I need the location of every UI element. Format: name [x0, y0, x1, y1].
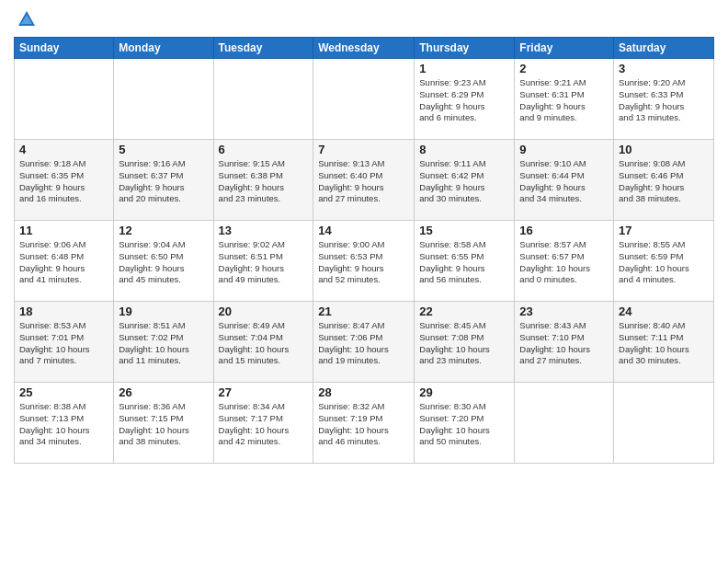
- day-number: 2: [519, 62, 609, 75]
- day-info: Sunrise: 9:16 AM Sunset: 6:37 PM Dayligh…: [119, 158, 208, 205]
- calendar-cell: 18Sunrise: 8:53 AM Sunset: 7:01 PM Dayli…: [15, 302, 114, 383]
- col-header-sunday: Sunday: [15, 38, 114, 59]
- day-number: 29: [419, 385, 509, 399]
- calendar-cell: 24Sunrise: 8:40 AM Sunset: 7:11 PM Dayli…: [614, 302, 714, 383]
- day-number: 14: [318, 224, 409, 237]
- calendar-cell: 26Sunrise: 8:36 AM Sunset: 7:15 PM Dayli…: [114, 383, 213, 464]
- calendar-header-row: SundayMondayTuesdayWednesdayThursdayFrid…: [15, 38, 714, 59]
- header: [14, 9, 714, 29]
- day-info: Sunrise: 9:04 AM Sunset: 6:50 PM Dayligh…: [119, 239, 208, 286]
- day-info: Sunrise: 8:32 AM Sunset: 7:19 PM Dayligh…: [318, 401, 409, 448]
- day-info: Sunrise: 8:49 AM Sunset: 7:04 PM Dayligh…: [219, 320, 309, 367]
- calendar-cell: 17Sunrise: 8:55 AM Sunset: 6:59 PM Dayli…: [614, 221, 714, 302]
- day-info: Sunrise: 8:38 AM Sunset: 7:13 PM Dayligh…: [19, 401, 108, 448]
- day-info: Sunrise: 8:34 AM Sunset: 7:17 PM Dayligh…: [219, 401, 309, 448]
- day-info: Sunrise: 8:40 AM Sunset: 7:11 PM Dayligh…: [619, 320, 709, 367]
- calendar-cell: 23Sunrise: 8:43 AM Sunset: 7:10 PM Dayli…: [515, 302, 614, 383]
- calendar-cell: 5Sunrise: 9:16 AM Sunset: 6:37 PM Daylig…: [114, 140, 213, 221]
- day-info: Sunrise: 9:08 AM Sunset: 6:46 PM Dayligh…: [619, 158, 709, 205]
- calendar-cell: 4Sunrise: 9:18 AM Sunset: 6:35 PM Daylig…: [15, 140, 114, 221]
- day-info: Sunrise: 9:11 AM Sunset: 6:42 PM Dayligh…: [419, 158, 509, 205]
- day-number: 17: [619, 224, 709, 237]
- calendar-cell: 7Sunrise: 9:13 AM Sunset: 6:40 PM Daylig…: [313, 140, 415, 221]
- calendar-cell: 10Sunrise: 9:08 AM Sunset: 6:46 PM Dayli…: [614, 140, 714, 221]
- calendar-cell: [213, 59, 313, 140]
- calendar-cell: 15Sunrise: 8:58 AM Sunset: 6:55 PM Dayli…: [415, 221, 515, 302]
- day-info: Sunrise: 9:02 AM Sunset: 6:51 PM Dayligh…: [219, 239, 309, 286]
- day-info: Sunrise: 9:06 AM Sunset: 6:48 PM Dayligh…: [19, 239, 108, 286]
- day-number: 10: [619, 143, 709, 156]
- col-header-thursday: Thursday: [415, 38, 515, 59]
- day-number: 1: [419, 62, 509, 75]
- page: SundayMondayTuesdayWednesdayThursdayFrid…: [0, 0, 728, 563]
- day-number: 9: [519, 143, 609, 156]
- calendar-cell: 22Sunrise: 8:45 AM Sunset: 7:08 PM Dayli…: [415, 302, 515, 383]
- day-info: Sunrise: 9:23 AM Sunset: 6:29 PM Dayligh…: [419, 77, 509, 124]
- calendar-cell: 19Sunrise: 8:51 AM Sunset: 7:02 PM Dayli…: [114, 302, 213, 383]
- calendar-cell: 28Sunrise: 8:32 AM Sunset: 7:19 PM Dayli…: [313, 383, 415, 464]
- day-number: 18: [19, 304, 108, 318]
- calendar-cell: 11Sunrise: 9:06 AM Sunset: 6:48 PM Dayli…: [15, 221, 114, 302]
- day-number: 5: [119, 143, 208, 156]
- day-info: Sunrise: 9:15 AM Sunset: 6:38 PM Dayligh…: [219, 158, 309, 205]
- calendar-table: SundayMondayTuesdayWednesdayThursdayFrid…: [14, 37, 714, 464]
- calendar-cell: [515, 383, 614, 464]
- day-number: 25: [19, 385, 108, 399]
- col-header-wednesday: Wednesday: [313, 38, 415, 59]
- day-info: Sunrise: 8:47 AM Sunset: 7:06 PM Dayligh…: [318, 320, 409, 367]
- calendar-cell: 25Sunrise: 8:38 AM Sunset: 7:13 PM Dayli…: [15, 383, 114, 464]
- day-info: Sunrise: 9:13 AM Sunset: 6:40 PM Dayligh…: [318, 158, 409, 205]
- calendar-cell: 8Sunrise: 9:11 AM Sunset: 6:42 PM Daylig…: [415, 140, 515, 221]
- col-header-tuesday: Tuesday: [213, 38, 313, 59]
- day-number: 20: [219, 304, 309, 318]
- day-info: Sunrise: 8:57 AM Sunset: 6:57 PM Dayligh…: [519, 239, 609, 286]
- day-number: 4: [19, 143, 108, 156]
- day-info: Sunrise: 9:20 AM Sunset: 6:33 PM Dayligh…: [619, 77, 709, 124]
- calendar-week-0: 1Sunrise: 9:23 AM Sunset: 6:29 PM Daylig…: [15, 59, 714, 140]
- calendar-cell: 27Sunrise: 8:34 AM Sunset: 7:17 PM Dayli…: [213, 383, 313, 464]
- day-number: 28: [318, 385, 409, 399]
- calendar-cell: 21Sunrise: 8:47 AM Sunset: 7:06 PM Dayli…: [313, 302, 415, 383]
- day-number: 27: [219, 385, 309, 399]
- day-info: Sunrise: 9:10 AM Sunset: 6:44 PM Dayligh…: [519, 158, 609, 205]
- day-number: 7: [318, 143, 409, 156]
- calendar-cell: 20Sunrise: 8:49 AM Sunset: 7:04 PM Dayli…: [213, 302, 313, 383]
- calendar-week-3: 18Sunrise: 8:53 AM Sunset: 7:01 PM Dayli…: [15, 302, 714, 383]
- day-number: 16: [519, 224, 609, 237]
- calendar-cell: [15, 59, 114, 140]
- day-number: 22: [419, 304, 509, 318]
- day-number: 26: [119, 385, 208, 399]
- calendar-cell: 9Sunrise: 9:10 AM Sunset: 6:44 PM Daylig…: [515, 140, 614, 221]
- calendar-cell: 3Sunrise: 9:20 AM Sunset: 6:33 PM Daylig…: [614, 59, 714, 140]
- col-header-saturday: Saturday: [614, 38, 714, 59]
- day-info: Sunrise: 8:51 AM Sunset: 7:02 PM Dayligh…: [119, 320, 208, 367]
- day-info: Sunrise: 8:36 AM Sunset: 7:15 PM Dayligh…: [119, 401, 208, 448]
- calendar-cell: 16Sunrise: 8:57 AM Sunset: 6:57 PM Dayli…: [515, 221, 614, 302]
- calendar-cell: 12Sunrise: 9:04 AM Sunset: 6:50 PM Dayli…: [114, 221, 213, 302]
- calendar-week-1: 4Sunrise: 9:18 AM Sunset: 6:35 PM Daylig…: [15, 140, 714, 221]
- day-number: 6: [219, 143, 309, 156]
- day-number: 24: [619, 304, 709, 318]
- day-number: 3: [619, 62, 709, 75]
- day-info: Sunrise: 8:53 AM Sunset: 7:01 PM Dayligh…: [19, 320, 108, 367]
- day-info: Sunrise: 8:30 AM Sunset: 7:20 PM Dayligh…: [419, 401, 509, 448]
- day-info: Sunrise: 8:43 AM Sunset: 7:10 PM Dayligh…: [519, 320, 609, 367]
- calendar-week-2: 11Sunrise: 9:06 AM Sunset: 6:48 PM Dayli…: [15, 221, 714, 302]
- calendar-cell: [614, 383, 714, 464]
- calendar-cell: 29Sunrise: 8:30 AM Sunset: 7:20 PM Dayli…: [415, 383, 515, 464]
- day-info: Sunrise: 8:55 AM Sunset: 6:59 PM Dayligh…: [619, 239, 709, 286]
- logo: [14, 9, 37, 29]
- calendar-cell: 13Sunrise: 9:02 AM Sunset: 6:51 PM Dayli…: [213, 221, 313, 302]
- day-info: Sunrise: 8:45 AM Sunset: 7:08 PM Dayligh…: [419, 320, 509, 367]
- col-header-monday: Monday: [114, 38, 213, 59]
- calendar-cell: [313, 59, 415, 140]
- day-number: 13: [219, 224, 309, 237]
- day-info: Sunrise: 8:58 AM Sunset: 6:55 PM Dayligh…: [419, 239, 509, 286]
- day-number: 15: [419, 224, 509, 237]
- day-info: Sunrise: 9:21 AM Sunset: 6:31 PM Dayligh…: [519, 77, 609, 124]
- day-number: 8: [419, 143, 509, 156]
- day-number: 12: [119, 224, 208, 237]
- logo-icon: [17, 9, 37, 29]
- day-number: 23: [519, 304, 609, 318]
- calendar-cell: 2Sunrise: 9:21 AM Sunset: 6:31 PM Daylig…: [515, 59, 614, 140]
